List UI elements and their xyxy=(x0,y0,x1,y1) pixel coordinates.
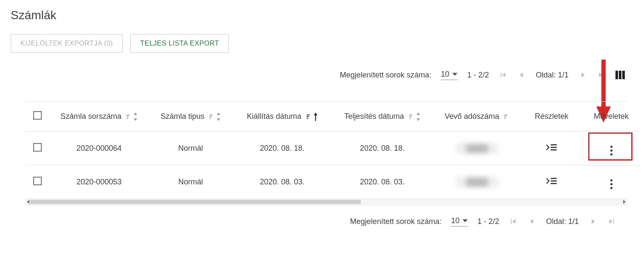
cell-type: Normál xyxy=(149,132,232,165)
export-selected-button: KIJELÖLTEK EXPORTJA (0) xyxy=(11,34,123,53)
invoices-table: Számla sorszáma Számla tipus Kiállítás d… xyxy=(26,102,641,198)
horizontal-scrollbar[interactable] xyxy=(26,198,627,205)
page-title: Számlák xyxy=(11,9,633,22)
details-button[interactable] xyxy=(546,143,557,152)
table-row: 2020-000064 Normál 2020. 08. 18. 2020. 0… xyxy=(26,132,641,165)
sort-icon xyxy=(126,112,138,121)
details-button[interactable] xyxy=(546,177,557,185)
rows-per-page-label: Megjelenített sorok száma: xyxy=(340,71,431,80)
export-all-button[interactable]: TELJES LISTA EXPORT xyxy=(130,34,229,53)
first-page-button[interactable] xyxy=(498,70,508,80)
cell-buyer-tax: ████ xyxy=(456,177,498,187)
scroll-right-icon xyxy=(623,200,626,204)
page-indicator: Oldal: 1/1 xyxy=(546,217,579,226)
col-header-fulfil-date[interactable]: Teljesítés dátuma xyxy=(332,102,432,132)
row-checkbox[interactable] xyxy=(33,143,42,152)
col-header-issue-date[interactable]: Kiállítás dátuma xyxy=(232,102,332,132)
cell-issue-date: 2020. 08. 18. xyxy=(232,132,332,165)
col-header-issue-date-label: Kiállítás dátuma xyxy=(247,112,301,121)
dropdown-icon xyxy=(452,72,458,77)
col-header-fulfil-date-label: Teljesítés dátuma xyxy=(344,112,404,121)
rows-per-page-select[interactable]: 10 xyxy=(441,70,458,80)
col-header-number[interactable]: Számla sorszáma xyxy=(49,102,149,132)
sort-icon xyxy=(408,112,420,121)
rows-range: 1 - 2/2 xyxy=(477,217,499,226)
select-all-checkbox[interactable] xyxy=(33,111,42,120)
rows-per-page-label: Megjelenített sorok száma: xyxy=(350,217,442,226)
rows-per-page-value: 10 xyxy=(441,70,449,79)
cell-number: 2020-000053 xyxy=(49,165,149,199)
rows-range: 1 - 2/2 xyxy=(467,71,489,80)
row-checkbox[interactable] xyxy=(33,177,42,185)
cell-fulfil-date: 2020. 08. 03. xyxy=(332,165,432,199)
table-row: 2020-000053 Normál 2020. 08. 03. 2020. 0… xyxy=(26,165,641,199)
page-indicator: Oldal: 1/1 xyxy=(536,71,569,80)
cell-fulfil-date: 2020. 08. 18. xyxy=(332,132,432,165)
last-page-button[interactable] xyxy=(597,70,606,80)
cell-number: 2020-000064 xyxy=(49,132,149,165)
cell-buyer-tax: ████ xyxy=(456,143,498,154)
col-header-actions-label: Műveletek xyxy=(594,112,629,121)
col-header-buyer-tax[interactable]: Vevő adószáma xyxy=(432,102,522,132)
first-page-button[interactable] xyxy=(509,217,518,226)
prev-page-button[interactable] xyxy=(517,70,526,80)
prev-page-button[interactable] xyxy=(527,217,537,226)
col-header-type[interactable]: Számla tipus xyxy=(149,102,232,132)
last-page-button[interactable] xyxy=(607,217,616,226)
col-header-buyer-tax-label: Vevő adószáma xyxy=(445,112,499,121)
cell-issue-date: 2020. 08. 03. xyxy=(232,165,332,199)
scroll-left-icon xyxy=(27,200,29,204)
dropdown-icon xyxy=(462,219,468,223)
rows-per-page-value: 10 xyxy=(451,216,460,225)
sort-icon xyxy=(503,113,509,121)
sort-icon xyxy=(306,112,318,121)
col-header-details-label: Részletek xyxy=(535,112,568,121)
row-actions-button[interactable] xyxy=(610,146,612,155)
column-chooser-button[interactable] xyxy=(615,71,625,79)
scroll-thumb[interactable] xyxy=(30,200,361,204)
sort-icon xyxy=(209,112,221,121)
next-page-button[interactable] xyxy=(578,70,587,80)
col-header-number-label: Számla sorszáma xyxy=(60,112,121,121)
col-header-details: Részletek xyxy=(522,102,581,132)
row-actions-button[interactable] xyxy=(610,179,612,189)
cell-type: Normál xyxy=(149,165,232,199)
col-header-type-label: Számla tipus xyxy=(161,112,204,121)
col-header-actions: Műveletek xyxy=(581,102,641,132)
rows-per-page-select[interactable]: 10 xyxy=(451,216,468,227)
next-page-button[interactable] xyxy=(588,217,598,226)
